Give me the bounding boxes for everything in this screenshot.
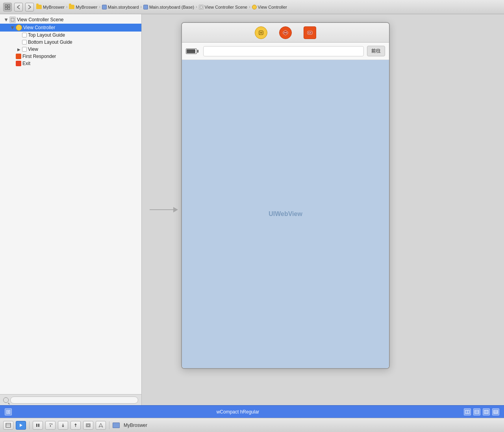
svg-rect-4 (200, 6, 202, 8)
view-toggle-button[interactable] (3, 421, 13, 430)
top-toolbar: MyBroswer › MyBroswer › Main.storyboard … (0, 0, 504, 14)
step-out-button[interactable] (70, 421, 81, 430)
tree-item-label: View Controller (23, 25, 55, 30)
toolbar-divider (29, 421, 30, 429)
layout-option-1[interactable] (464, 408, 471, 415)
storyboard-icon (102, 5, 107, 9)
play-button[interactable] (16, 421, 26, 430)
exit-icon: EX (304, 26, 316, 39)
breadcrumb-label: Main.storyboard (108, 5, 139, 9)
breadcrumb-sep-4: › (196, 5, 197, 9)
svg-marker-28 (20, 424, 22, 427)
left-bottom-bar (0, 394, 141, 405)
breadcrumb-label: View Controller Scene (205, 5, 248, 9)
iphone-mockup: FR EX 前往 UIWebVie (181, 22, 390, 369)
url-input[interactable] (203, 46, 364, 56)
svg-rect-29 (36, 424, 37, 427)
breadcrumb-sep-3: › (141, 5, 142, 9)
go-button[interactable]: 前往 (367, 46, 385, 56)
iphone-url-bar: 前往 (182, 43, 389, 60)
breadcrumb-mybroswer-2[interactable]: MyBroswer (69, 5, 97, 9)
svg-marker-35 (74, 423, 77, 425)
breadcrumb-main-storyboard[interactable]: Main.storyboard (102, 5, 139, 9)
webview-label: UIWebView (269, 210, 302, 218)
breadcrumb-sep-1: › (66, 5, 67, 9)
tree-item-label: First Responder (22, 54, 56, 59)
breadcrumb: MyBroswer › MyBroswer › Main.storyboard … (36, 5, 501, 9)
svg-marker-31 (52, 423, 52, 425)
outline-tree: ▶ View Controller Scene ▶ View Controlle… (0, 14, 141, 394)
scene-icon (9, 17, 16, 23)
storyboard-file-icon (113, 423, 120, 428)
svg-rect-30 (38, 424, 39, 427)
step-into-button[interactable] (58, 421, 68, 430)
svg-rect-26 (6, 423, 11, 427)
scene-icon (199, 5, 204, 9)
expand-arrow[interactable]: ▶ (11, 24, 15, 31)
iphone-webview: UIWebView (182, 60, 389, 368)
status-center-label: wCompact hRegular (217, 409, 259, 415)
expand-arrow[interactable]: ▶ (4, 17, 9, 23)
debug-view-button[interactable] (83, 421, 93, 430)
tree-item-label: Bottom Layout Guide (28, 39, 72, 45)
breadcrumb-sep-2: › (99, 5, 100, 9)
tree-item-label: Top Layout Guide (28, 32, 65, 38)
left-panel: ▶ View Controller Scene ▶ View Controlle… (0, 14, 142, 405)
breadcrumb-label: Main.storyboard (Base) (149, 5, 194, 9)
back-button[interactable] (14, 3, 23, 11)
project-label: MyBroswer (124, 423, 147, 428)
search-icon (3, 397, 9, 403)
tree-item-vc-scene[interactable]: ▶ View Controller Scene (0, 16, 141, 24)
svg-rect-2 (5, 7, 7, 9)
tree-item-first-responder[interactable]: First Responder (0, 53, 141, 60)
svg-rect-0 (5, 5, 7, 7)
battery-icon (186, 48, 197, 54)
layout-option-4[interactable] (492, 408, 499, 415)
svg-rect-5 (11, 18, 14, 21)
tree-item-view[interactable]: ▶ View (0, 46, 141, 53)
folder-icon (36, 5, 42, 9)
main-layout: ▶ View Controller Scene ▶ View Controlle… (0, 14, 504, 405)
svg-marker-34 (62, 426, 64, 427)
add-editor-button[interactable] (5, 408, 12, 415)
entry-arrow (150, 207, 178, 212)
exit-icon (16, 61, 21, 66)
location-button[interactable] (96, 421, 106, 430)
svg-rect-20 (484, 410, 488, 413)
breadcrumb-label: MyBroswer (43, 5, 65, 9)
canvas-area: FR EX 前往 UIWebVie (142, 14, 504, 405)
step-over-button[interactable] (45, 421, 56, 430)
svg-text:EX: EX (308, 32, 311, 34)
folder-icon (69, 5, 74, 9)
breadcrumb-sep-5: › (249, 5, 250, 9)
view-icon (22, 47, 27, 52)
expand-arrow[interactable]: ▶ (16, 47, 22, 52)
svg-marker-39 (99, 423, 103, 427)
search-input[interactable] (10, 397, 138, 404)
breadcrumb-main-storyboard-base[interactable]: Main.storyboard (Base) (143, 5, 194, 9)
grid-icon[interactable] (3, 3, 12, 11)
svg-text:FR: FR (284, 32, 287, 34)
storyboard-icon (143, 5, 148, 9)
breadcrumb-vc-scene[interactable]: View Controller Scene (199, 5, 248, 9)
pause-button[interactable] (33, 421, 43, 430)
breadcrumb-mybroswer-1[interactable]: MyBroswer (36, 5, 65, 9)
bottom-toolbar: MyBroswer (0, 418, 504, 432)
iphone-top-bar: FR EX (182, 23, 389, 43)
layout-icon (22, 40, 27, 45)
layout-option-2[interactable] (473, 408, 480, 415)
status-right (464, 408, 499, 415)
layout-icon (22, 33, 27, 37)
svg-rect-23 (494, 410, 498, 413)
tree-item-top-layout[interactable]: Top Layout Guide (0, 32, 141, 39)
tree-item-exit[interactable]: Exit (0, 60, 141, 67)
forward-button[interactable] (25, 3, 34, 11)
vc-icon (16, 24, 22, 31)
bottom-status-bar: wCompact hRegular (0, 405, 504, 418)
layout-option-3[interactable] (483, 408, 490, 415)
arrow-line (150, 209, 173, 210)
tree-item-vc[interactable]: ▶ View Controller (0, 24, 141, 32)
breadcrumb-vc[interactable]: View Controller (252, 5, 287, 9)
tree-item-label: View Controller Scene (17, 17, 64, 22)
tree-item-bottom-layout[interactable]: Bottom Layout Guide (0, 39, 141, 46)
